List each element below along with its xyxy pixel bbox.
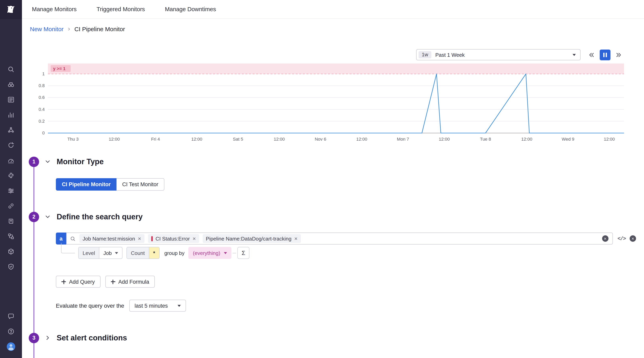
top-navigation: Manage Monitors Triggered Monitors Manag…	[22, 0, 644, 19]
x-tick-label: 12:00	[439, 137, 450, 142]
group-by-dropdown[interactable]: (everything)	[188, 247, 232, 259]
connector-dash	[232, 253, 236, 253]
step1-body: CI Pipeline Monitor CI Test Monitor	[56, 167, 636, 191]
remove-filter-icon[interactable]: ×	[138, 235, 141, 242]
pipelines-sliders-icon[interactable]	[0, 183, 22, 198]
add-query-label: Add Query	[69, 279, 95, 285]
remove-filter-icon[interactable]: ×	[294, 235, 298, 242]
service-map-icon[interactable]	[0, 122, 22, 137]
chevron-down-icon	[224, 252, 227, 254]
group-by-label: group by	[164, 250, 184, 256]
x-tick-label: Thu 3	[68, 137, 78, 142]
step-monitor-type: 1 Monitor Type CI Pipeline Monitor CI Te…	[22, 156, 644, 191]
step-set-alert-conditions: 3 Set alert conditions	[22, 332, 644, 343]
step1-number-badge: 1	[29, 156, 39, 167]
breadcrumb-new-monitor-link[interactable]: New Monitor	[30, 25, 64, 32]
dashboards-gauge-icon[interactable]	[0, 153, 22, 168]
x-tick-label: 12:00	[604, 137, 615, 142]
filter-pill-label: Job Name:test:mission	[82, 236, 135, 242]
rewind-button[interactable]	[586, 49, 597, 60]
clear-search-icon[interactable]: ×	[602, 235, 608, 242]
y-tick-label: 0.2	[38, 119, 45, 124]
chat-bubble-icon[interactable]	[0, 308, 22, 324]
nav-triggered-monitors[interactable]: Triggered Monitors	[96, 6, 145, 12]
chevron-down-icon[interactable]	[44, 158, 51, 165]
step2-number-badge: 2	[29, 212, 39, 222]
y-tick-label: 0	[42, 130, 45, 135]
y-tick-label: 0.6	[38, 95, 45, 100]
step2-body: a Job Name:test:mission × CI Status:Erro…	[56, 233, 636, 312]
aggregation-row: Level Job Count * group by (eve	[61, 247, 636, 259]
x-tick-label: Nov 6	[315, 137, 326, 142]
pause-button[interactable]	[600, 49, 610, 60]
remove-query-icon[interactable]: ×	[630, 235, 636, 242]
integrations-puzzle-icon[interactable]	[0, 168, 22, 183]
toggle-ci-test-monitor[interactable]: CI Test Monitor	[117, 178, 164, 191]
workflow-nodes-icon[interactable]	[0, 229, 22, 244]
step3-header: 3 Set alert conditions	[22, 332, 644, 343]
step2-header: 2 Define the search query	[22, 211, 644, 222]
monitor-steps: 1 Monitor Type CI Pipeline Monitor CI Te…	[22, 156, 644, 358]
chevron-down-icon[interactable]	[44, 213, 51, 220]
x-tick-label: 12:00	[521, 137, 532, 142]
query-letter-badge[interactable]: a	[56, 233, 66, 245]
add-formula-button[interactable]: Add Formula	[105, 276, 155, 288]
search-icon[interactable]	[0, 62, 22, 77]
user-avatar-icon[interactable]	[0, 339, 22, 354]
time-range-select[interactable]: 1w Past 1 Week	[416, 49, 580, 60]
filter-pill-job-name[interactable]: Job Name:test:mission ×	[80, 234, 144, 243]
filter-pill-ci-status[interactable]: CI Status:Error ×	[148, 234, 199, 243]
logs-book-icon[interactable]	[0, 213, 22, 229]
sigma-function-button[interactable]: Σ	[238, 247, 250, 259]
x-tick-label: Wed 9	[562, 137, 574, 142]
count-control: Count *	[126, 247, 160, 259]
add-query-button[interactable]: Add Query	[56, 276, 100, 288]
help-question-icon[interactable]	[0, 324, 22, 339]
filter-pill-label: CI Status:Error	[156, 236, 190, 242]
timeseries-chart[interactable]: 00.20.40.60.81y >= 1Thu 312:00Fri 412:00…	[28, 62, 625, 147]
forward-button[interactable]	[613, 49, 624, 60]
chevron-down-icon	[115, 252, 118, 254]
metrics-bars-icon[interactable]	[0, 107, 22, 122]
y-tick-label: 1	[42, 71, 45, 76]
security-shield-icon[interactable]	[0, 259, 22, 274]
chart-toolbar: 1w Past 1 Week	[22, 49, 624, 60]
threshold-region	[48, 64, 624, 74]
remove-filter-icon[interactable]: ×	[192, 235, 196, 242]
error-status-bar-icon	[151, 236, 152, 241]
events-list-icon[interactable]	[0, 92, 22, 107]
step1-title: Monitor Type	[57, 157, 104, 166]
search-query-bar[interactable]: Job Name:test:mission × CI Status:Error …	[66, 233, 613, 245]
level-dropdown[interactable]: Job	[99, 247, 122, 259]
step2-title: Define the search query	[57, 212, 143, 221]
level-dropdown-value: Job	[103, 250, 112, 256]
step-define-search-query: 2 Define the search query a Job Name:tes…	[22, 211, 644, 312]
nav-manage-monitors[interactable]: Manage Monitors	[32, 6, 76, 12]
add-formula-label: Add Formula	[118, 279, 149, 285]
watchdog-binoculars-icon[interactable]	[0, 77, 22, 92]
nav-manage-downtimes[interactable]: Manage Downtimes	[165, 6, 216, 12]
chevron-down-icon	[177, 305, 180, 307]
x-tick-label: Fri 4	[151, 137, 160, 142]
query-actions: Add Query Add Formula	[56, 276, 636, 288]
breadcrumb-current-page: CI Pipeline Monitor	[74, 25, 125, 32]
package-cube-icon[interactable]	[0, 244, 22, 259]
chevron-right-icon[interactable]	[44, 334, 51, 341]
count-value[interactable]: *	[149, 247, 159, 259]
x-tick-label: Tue 8	[480, 137, 491, 142]
toggle-ci-pipeline-monitor[interactable]: CI Pipeline Monitor	[56, 178, 117, 191]
x-tick-label: 12:00	[356, 137, 367, 142]
level-control: Level Job	[78, 247, 122, 259]
datadog-logo[interactable]	[0, 0, 22, 19]
query-row: a Job Name:test:mission × CI Status:Erro…	[56, 233, 636, 245]
filter-pill-pipeline-name[interactable]: Pipeline Name:DataDog/cart-tracking ×	[203, 234, 301, 243]
evaluate-label: Evaluate the query over the	[56, 302, 124, 309]
step1-header: 1 Monitor Type	[22, 156, 644, 167]
evaluation-window-dropdown[interactable]: last 5 minutes	[129, 300, 186, 312]
code-view-icon[interactable]: </>	[618, 236, 626, 242]
search-icon	[70, 236, 76, 242]
link-chain-icon[interactable]	[0, 198, 22, 213]
ci-circular-arrow-icon[interactable]	[0, 137, 22, 153]
main-area: Manage Monitors Triggered Monitors Manag…	[22, 0, 644, 358]
plus-icon	[62, 279, 66, 284]
